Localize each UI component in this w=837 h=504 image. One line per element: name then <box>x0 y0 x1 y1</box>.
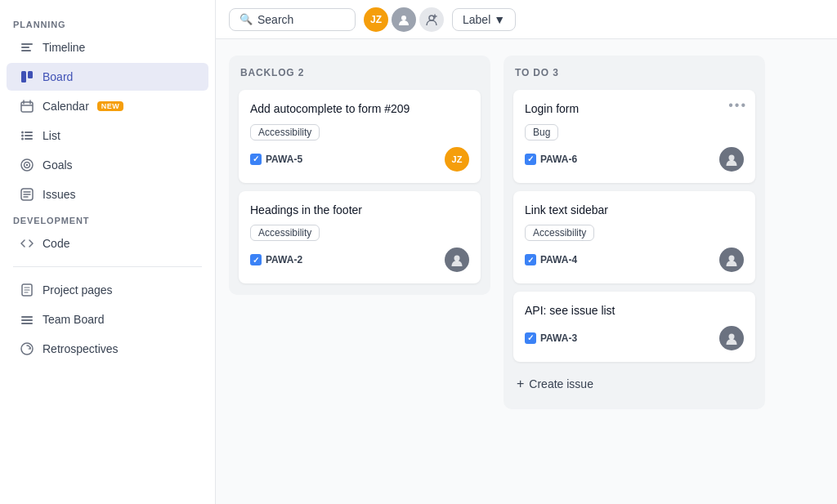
sidebar-item-board[interactable]: Board <box>7 63 208 91</box>
create-issue-label: Create issue <box>529 377 593 390</box>
svg-point-37 <box>729 333 735 339</box>
checkbox-icon: ✓ <box>250 154 262 165</box>
board-icon <box>20 69 34 84</box>
avatar: JZ <box>445 147 469 172</box>
retrospectives-icon <box>20 341 34 356</box>
svg-point-9 <box>21 132 24 134</box>
sidebar: PLANNING Timeline Board <box>0 0 216 504</box>
svg-point-36 <box>729 256 735 261</box>
search-box[interactable]: 🔍 Search <box>229 8 356 31</box>
create-issue-button[interactable]: + Create issue <box>513 370 755 398</box>
new-badge: NEW <box>97 101 123 111</box>
sidebar-item-label: Board <box>43 70 73 83</box>
issue-id-label: PAWA-4 <box>540 254 577 265</box>
card-pawa3: API: see issue list ✓ PAWA-3 <box>513 292 755 362</box>
svg-rect-5 <box>21 102 33 112</box>
search-label: Search <box>257 13 293 26</box>
column-header-backlog: BACKLOG 2 <box>239 67 481 82</box>
svg-point-17 <box>26 164 28 166</box>
column-header-todo: TO DO 3 <box>513 67 755 82</box>
sidebar-item-team-board[interactable]: Team Board <box>7 306 208 333</box>
svg-rect-3 <box>21 71 26 83</box>
column-todo: TO DO 3 ••• Login form Bug ✓ PAWA-6 <box>504 56 765 409</box>
sidebar-item-code[interactable]: Code <box>7 230 208 257</box>
avatar <box>445 248 469 272</box>
issue-id-label: PAWA-2 <box>266 254 302 265</box>
card-title: API: see issue list <box>525 303 744 319</box>
avatar-group: JZ <box>364 7 444 32</box>
sidebar-item-issues[interactable]: Issues <box>7 181 208 208</box>
sidebar-item-calendar[interactable]: Calendar NEW <box>7 92 208 120</box>
svg-rect-1 <box>21 47 29 48</box>
card-title: Login form <box>525 101 744 118</box>
svg-point-13 <box>21 138 24 140</box>
checkbox-icon: ✓ <box>525 332 536 344</box>
avatar <box>719 147 744 172</box>
timeline-icon <box>20 40 34 55</box>
list-icon <box>20 128 34 143</box>
sidebar-item-label: Calendar <box>43 100 89 113</box>
svg-point-29 <box>21 343 33 355</box>
pages-icon <box>20 283 34 297</box>
board-area: BACKLOG 2 Add autocomplete to form #209 … <box>216 39 837 504</box>
label-button[interactable]: Label ▼ <box>452 8 516 31</box>
card-title: Link text sidebar <box>525 203 744 219</box>
issue-id: ✓ PAWA-2 <box>250 254 302 265</box>
sidebar-item-project-pages[interactable]: Project pages <box>7 276 208 304</box>
sidebar-item-label: Team Board <box>43 313 104 326</box>
chevron-down-icon: ▼ <box>494 13 505 26</box>
goals-icon <box>20 158 34 172</box>
avatar <box>719 326 744 350</box>
card-tag: Accessibility <box>250 124 320 140</box>
card-pawa2: Headings in the footer Accessibility ✓ P… <box>239 191 481 284</box>
avatar-jz[interactable]: JZ <box>364 7 388 32</box>
issue-id-label: PAWA-6 <box>540 154 577 165</box>
card-pawa4: Link text sidebar Accessibility ✓ PAWA-4 <box>513 191 755 284</box>
label-text: Label <box>463 13 490 26</box>
svg-rect-12 <box>25 135 33 136</box>
issue-id-label: PAWA-5 <box>266 154 302 165</box>
sidebar-item-label: Timeline <box>43 41 85 54</box>
card-title: Add autocomplete to form #209 <box>250 101 469 118</box>
section-label-planning: PLANNING <box>0 13 215 33</box>
sidebar-item-timeline[interactable]: Timeline <box>7 33 208 61</box>
svg-rect-2 <box>21 50 31 51</box>
issue-id-label: PAWA-3 <box>540 332 577 344</box>
avatar-add[interactable] <box>419 7 444 32</box>
sidebar-item-label: Retrospectives <box>43 342 119 355</box>
issue-id: ✓ PAWA-4 <box>525 254 577 265</box>
svg-point-34 <box>454 256 460 261</box>
checkbox-icon: ✓ <box>525 254 536 265</box>
checkbox-icon: ✓ <box>250 254 262 265</box>
sidebar-divider <box>13 266 202 267</box>
sidebar-item-label: Code <box>43 237 69 250</box>
sidebar-item-label: Goals <box>43 158 73 172</box>
issue-id: ✓ PAWA-5 <box>250 154 302 165</box>
sidebar-item-label: Issues <box>43 188 75 201</box>
avatar-ghost[interactable] <box>392 7 416 32</box>
sidebar-item-goals[interactable]: Goals <box>7 151 208 179</box>
svg-rect-27 <box>21 319 33 321</box>
svg-rect-14 <box>25 138 33 140</box>
sidebar-item-list[interactable]: List <box>7 122 208 149</box>
svg-rect-4 <box>28 71 33 78</box>
sidebar-item-label: Project pages <box>43 283 113 297</box>
svg-point-35 <box>729 154 735 160</box>
card-tag: Bug <box>525 124 558 140</box>
checkbox-icon: ✓ <box>525 154 536 165</box>
sidebar-item-retrospectives[interactable]: Retrospectives <box>7 335 208 363</box>
column-backlog: BACKLOG 2 Add autocomplete to form #209 … <box>229 56 490 295</box>
svg-rect-10 <box>25 132 33 133</box>
svg-point-11 <box>21 135 24 137</box>
section-label-development: DEVELOPMENT <box>0 209 215 229</box>
svg-rect-28 <box>21 323 33 324</box>
card-pawa6: ••• Login form Bug ✓ PAWA-6 <box>513 90 755 183</box>
more-options-icon[interactable]: ••• <box>728 98 747 113</box>
card-tag: Accessibility <box>250 225 320 241</box>
svg-point-30 <box>401 16 406 20</box>
issue-id: ✓ PAWA-6 <box>525 154 577 165</box>
topbar: 🔍 Search JZ Label ▼ <box>216 0 837 39</box>
calendar-icon <box>20 99 34 114</box>
card-pawa5: Add autocomplete to form #209 Accessibil… <box>239 90 481 183</box>
main-content: 🔍 Search JZ Label ▼ <box>216 0 837 504</box>
